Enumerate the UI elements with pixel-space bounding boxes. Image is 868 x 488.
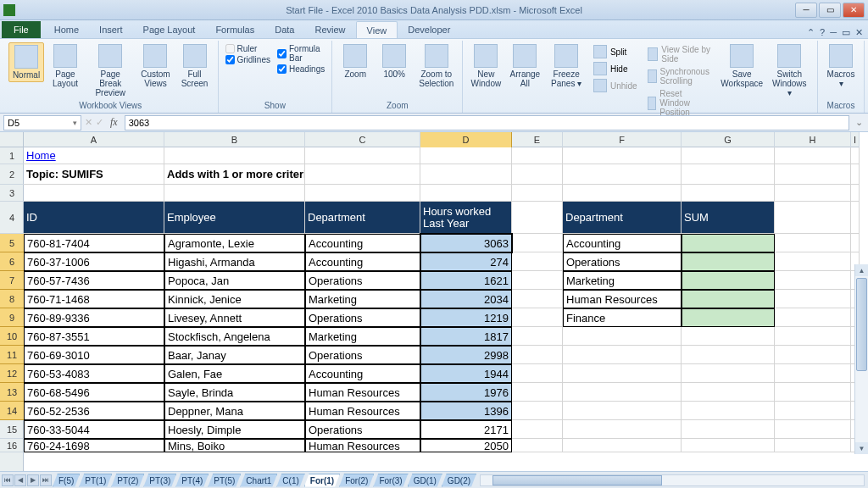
cell-hours[interactable]: 1621	[420, 271, 512, 290]
cell[interactable]	[24, 185, 164, 202]
cell[interactable]	[851, 185, 860, 202]
gridlines-checkbox[interactable]: Gridlines	[225, 55, 270, 64]
row-header-1[interactable]: 1	[0, 147, 24, 164]
sheet-tab-pt1[interactable]: PT(1)	[79, 474, 112, 487]
cell[interactable]	[512, 147, 563, 164]
row-header-5[interactable]: 5	[0, 234, 24, 252]
row-header-12[interactable]: 12	[0, 364, 24, 383]
cell[interactable]	[775, 364, 851, 383]
vertical-scrollbar[interactable]: ▲▼	[854, 264, 868, 454]
ruler-checkbox[interactable]: Ruler	[225, 44, 270, 53]
cell-employee[interactable]: Hoesly, Dimple	[164, 420, 305, 439]
summary-sum[interactable]	[682, 271, 775, 290]
minimize-button[interactable]: ─	[795, 3, 817, 18]
cell[interactable]	[851, 202, 860, 234]
ribbon-minimize-icon[interactable]: ⌃	[807, 27, 815, 38]
cell[interactable]	[851, 147, 860, 164]
sheet-nav-next[interactable]: ▶	[27, 474, 39, 486]
cell[interactable]	[775, 346, 851, 364]
cell-hours[interactable]: 1817	[420, 327, 512, 346]
cell[interactable]	[512, 271, 563, 290]
sheet-nav-last[interactable]: ⏭	[40, 474, 52, 486]
zoom-selection-button[interactable]: Zoom to Selection	[415, 42, 457, 90]
col-header-B[interactable]: B	[164, 132, 305, 147]
topic-title[interactable]: Topic: SUMIFS	[24, 164, 164, 185]
cell-department[interactable]: Operations	[305, 308, 420, 327]
sheet-tab-pt5[interactable]: PT(5)	[208, 474, 241, 487]
col-header-C[interactable]: C	[305, 132, 420, 147]
cell-department[interactable]: Operations	[305, 346, 420, 364]
zoom-100-button[interactable]: 100%	[376, 42, 412, 80]
summary-sum[interactable]	[682, 308, 775, 327]
col-header-D[interactable]: D	[420, 132, 512, 147]
doc-close-button[interactable]: ✕	[855, 27, 863, 38]
cell-employee[interactable]: Stockfisch, Angelena	[164, 327, 305, 346]
cell-id[interactable]: 760-87-3551	[24, 327, 164, 346]
cell[interactable]	[512, 383, 563, 402]
cell-department[interactable]: Accounting	[305, 252, 420, 271]
hdr-dept2[interactable]: Department	[563, 202, 682, 234]
sheet-tab-for2[interactable]: For(2)	[339, 474, 374, 487]
cell-hours[interactable]: 3063	[420, 234, 512, 252]
cell[interactable]	[682, 164, 775, 185]
zoom-button[interactable]: Zoom	[337, 42, 373, 80]
ribbon-tab-view[interactable]: View	[356, 21, 398, 38]
cell-hours[interactable]: 1219	[420, 308, 512, 327]
cell-department[interactable]: Human Resources	[305, 402, 420, 420]
row-header-7[interactable]: 7	[0, 271, 24, 290]
cell[interactable]	[775, 308, 851, 327]
row-header-15[interactable]: 15	[0, 420, 24, 439]
cell[interactable]	[305, 185, 420, 202]
spreadsheet-grid[interactable]: ABCDEFGHI 12345678910111213141516 HomeTo…	[0, 132, 868, 471]
help-icon[interactable]: ?	[820, 27, 825, 38]
cell-employee[interactable]: Kinnick, Jenice	[164, 290, 305, 308]
summary-sum[interactable]	[682, 252, 775, 271]
new-window-button[interactable]: New Window	[468, 42, 504, 90]
cell-id[interactable]: 760-71-1468	[24, 290, 164, 308]
row-header-4[interactable]: 4	[0, 202, 24, 234]
cell-employee[interactable]: Baar, Janay	[164, 346, 305, 364]
cell[interactable]	[775, 234, 851, 252]
summary-dept[interactable]: Accounting	[563, 234, 682, 252]
cell[interactable]	[512, 164, 563, 185]
cell[interactable]	[563, 402, 682, 420]
cell-id[interactable]: 760-57-7436	[24, 271, 164, 290]
maximize-button[interactable]: ▭	[819, 3, 841, 18]
cell-id[interactable]: 760-37-1006	[24, 252, 164, 271]
cell-id[interactable]: 760-81-7404	[24, 234, 164, 252]
cell[interactable]	[775, 185, 851, 202]
cell-employee[interactable]: Agramonte, Lexie	[164, 234, 305, 252]
cell-employee[interactable]: Galen, Fae	[164, 364, 305, 383]
cell-department[interactable]: Human Resources	[305, 383, 420, 402]
cell[interactable]	[682, 420, 775, 439]
doc-minimize-button[interactable]: ─	[830, 27, 837, 38]
cell[interactable]	[164, 147, 305, 164]
cell-hours[interactable]: 2998	[420, 346, 512, 364]
cell[interactable]	[512, 252, 563, 271]
sheet-tab-pt3[interactable]: PT(3)	[143, 474, 176, 487]
sheet-tab-gd1[interactable]: GD(1)	[408, 474, 442, 487]
cell-id[interactable]: 760-33-5044	[24, 420, 164, 439]
sheet-tab-for3[interactable]: For(3)	[373, 474, 408, 487]
cell[interactable]	[775, 383, 851, 402]
col-header-H[interactable]: H	[775, 132, 851, 147]
ribbon-tab-formulas[interactable]: Formulas	[205, 21, 264, 38]
home-link[interactable]: Home	[24, 147, 164, 164]
cell-employee[interactable]: Sayle, Brinda	[164, 383, 305, 402]
sheet-tab-c1[interactable]: C(1)	[276, 474, 304, 487]
cell[interactable]	[305, 164, 420, 185]
cell[interactable]	[682, 327, 775, 346]
summary-dept[interactable]: Finance	[563, 308, 682, 327]
cell[interactable]	[563, 346, 682, 364]
col-header-E[interactable]: E	[512, 132, 563, 147]
doc-restore-button[interactable]: ▭	[842, 27, 850, 38]
cell-employee[interactable]: Popoca, Jan	[164, 271, 305, 290]
hdr-hours[interactable]: Hours worked Last Year	[420, 202, 512, 234]
cell[interactable]	[512, 327, 563, 346]
cell-department[interactable]: Operations	[305, 271, 420, 290]
topic-desc[interactable]: Adds with 1 or more criteria	[164, 164, 305, 185]
cell[interactable]	[563, 327, 682, 346]
headings-checkbox[interactable]: Headings	[277, 64, 325, 74]
row-header-8[interactable]: 8	[0, 290, 24, 308]
enter-formula-icon[interactable]: ✓	[96, 117, 103, 128]
